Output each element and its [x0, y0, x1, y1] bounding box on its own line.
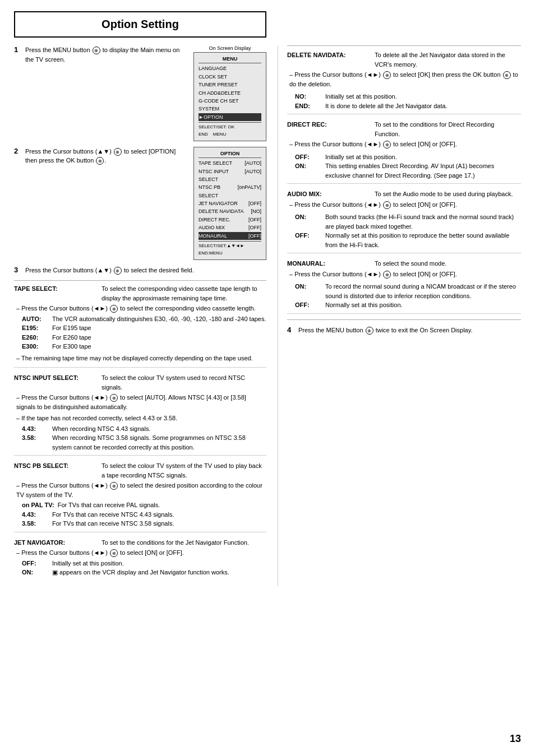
jet-nav-dash: – Press the Cursor buttons (◄►) ⊕ to sel… [14, 548, 266, 558]
screen1-item-clockset: CLOCK SET [199, 73, 261, 81]
delete-navi-label: DELETE NAVIDATA: [287, 50, 371, 69]
delete-navi-desc: To delete all the Jet Navigator data sto… [375, 50, 521, 69]
step-1-number: 1 [14, 45, 22, 54]
ntsc-input-desc: To select the colour TV system used to r… [102, 373, 266, 392]
audio-mix-desc: To set the Audio mode to be used during … [375, 189, 521, 199]
monaural-off: OFF: Normally set at this position. [287, 300, 521, 310]
ntsc-input-note2: – If the tape has not recorded correctly… [14, 414, 266, 423]
step-1-text: Press the MENU button ⊕ to display the M… [25, 45, 188, 64]
audio-mix-on: ON: Both sound tracks (the Hi-Fi sound t… [287, 212, 521, 231]
step-1-text-part1: Press the MENU button ⊕ to display the M… [25, 47, 179, 63]
tape-e195: E195: For E195 tape [14, 323, 266, 333]
screen1-nav: SELECT/SET: OKEND MENU [199, 122, 261, 138]
step-1-row: 1 Press the MENU button ⊕ to display the… [14, 45, 266, 141]
left-column: 1 Press the MENU button ⊕ to display the… [14, 45, 266, 586]
step-1-screen-area: On Screen Display MENU LANGUAGE CLOCK SE… [193, 45, 266, 141]
screen2-title: OPTION [199, 150, 261, 158]
pb-443: 4.43: For TVs that can receive NTSC 4.43… [14, 510, 266, 520]
jet-nav-label: JET NAVIGATOR: [14, 538, 98, 548]
tape-select-row: TAPE SELECT: To select the corresponding… [14, 284, 266, 303]
audio-mix-section: AUDIO MIX: To set the Audio mode to be u… [287, 189, 521, 253]
screen2-jet-nav: JET NAVIGATOR[OFF] [199, 200, 261, 207]
direct-rec-subs: OFF: Initially set at this position. ON:… [287, 152, 521, 180]
screen1-item-option: ►OPTION [199, 113, 261, 121]
monaural-on: ON: To record the normal sound during a … [287, 282, 521, 300]
direct-rec-off: OFF: Initially set at this position. [287, 152, 521, 162]
icon-np1: ⊕ [110, 482, 118, 490]
delete-navi-dash: – Press the Cursor buttons (◄►) ⊕ to sel… [287, 70, 521, 89]
direct-rec-label: DIRECT REC: [287, 120, 371, 138]
step-2-row: 2 Press the Cursor buttons (▲▼) ⊕ to sel… [14, 147, 266, 260]
monaural-section: MONAURAL: To select the sound mode. – Pr… [287, 259, 521, 314]
step-1-screen: MENU LANGUAGE CLOCK SET TUNER PRESET CH … [193, 52, 266, 141]
ntsc-pb-dash: – Press the Cursor buttons (◄►) ⊕ to sel… [14, 481, 266, 499]
monaural-desc: To select the sound mode. [375, 259, 521, 268]
screen1-title: MENU [199, 55, 261, 63]
direct-rec-section: DIRECT REC: To set to the conditions for… [287, 120, 521, 184]
delete-navi-section: DELETE NAVIDATA: To delete all the Jet N… [287, 50, 521, 114]
tape-select-dash: – Press the Cursor buttons (◄►) ⊕ to sel… [14, 304, 266, 313]
tape-select-desc: To select the corresponding video casset… [102, 284, 266, 303]
audio-mix-label: AUDIO MIX: [287, 189, 371, 199]
bottom-hr [287, 319, 521, 320]
menu-icon-4: ⊕ [366, 327, 373, 335]
ntsc-input-label: NTSC INPUT SELECT: [14, 373, 98, 392]
step-4-row: 4 Press the MENU button ⊕ twice to exit … [287, 326, 521, 335]
direct-rec-dash: – Press the Cursor buttons (◄►) ⊕ to sel… [287, 140, 521, 149]
jet-nav-desc: To set to the conditions for the Jet Nav… [102, 538, 266, 548]
audio-mix-row: AUDIO MIX: To set the Audio mode to be u… [287, 189, 521, 199]
step-3-content: Press the Cursor buttons (▲▼) ⊕ to selec… [25, 266, 266, 275]
icon-jn1: ⊕ [110, 549, 118, 557]
pb-358: 3.58: For TVs that can receive NTSC 3.58… [14, 519, 266, 528]
screen1-item-chadd: CH ADD&DELETE [199, 89, 261, 97]
menu-icon: ⊕ [93, 47, 100, 54]
step-3-number: 3 [14, 266, 22, 274]
cursor-icon-3: ⊕ [114, 267, 122, 275]
direct-rec-row: DIRECT REC: To set to the conditions for… [287, 120, 521, 138]
ntsc-pb-desc: To select the colour TV system of the TV… [102, 461, 266, 480]
step-4-text: Press the MENU button ⊕ twice to exit th… [298, 326, 521, 335]
delete-navi-subs: NO: Initially set at this position. END:… [287, 92, 521, 110]
on-screen-label: On Screen Display [193, 45, 266, 51]
step-2-screen: OPTION TAPE SELECT[AUTO] NTSC INPUT SELE… [193, 147, 266, 260]
screen2-delete-navi: DELETE NAVIDATA[NO] [199, 207, 261, 215]
ntsc-input-row: NTSC INPUT SELECT: To select the colour … [14, 373, 266, 392]
ntsc-pb-row: NTSC PB SELECT: To select the colour TV … [14, 461, 266, 480]
tape-note: – The remaining tape time may not be dis… [14, 354, 266, 363]
page-title: Option Setting [14, 11, 266, 38]
right-column: DELETE NAVIDATA: To delete all the Jet N… [278, 45, 521, 586]
ntsc-pb-label: NTSC PB SELECT: [14, 461, 98, 480]
screen1-item-language: LANGUAGE [199, 64, 261, 72]
direct-rec-desc: To set to the conditions for Direct Reco… [375, 120, 521, 138]
icon-dn2: ⊕ [503, 71, 511, 79]
delete-end: END: It is done to delete all the Jet Na… [287, 101, 521, 111]
step-4-number: 4 [287, 326, 295, 334]
ntsc-input-dash: – Press the Cursor buttons (◄►) ⊕ to sel… [14, 393, 266, 411]
jet-nav-on: ON: ▣ appears on the VCR display and Jet… [14, 568, 266, 577]
step-2-text: Press the Cursor buttons (▲▼) ⊕ to selec… [25, 147, 188, 165]
screen2-tape: TAPE SELECT[AUTO] [199, 159, 261, 167]
ntsc-input-section: NTSC INPUT SELECT: To select the colour … [14, 373, 266, 456]
step-3-row: 3 Press the Cursor buttons (▲▼) ⊕ to sel… [14, 266, 266, 275]
monaural-label: MONAURAL: [287, 259, 371, 268]
step-2-screen-area: OPTION TAPE SELECT[AUTO] NTSC INPUT SELE… [193, 147, 266, 260]
tape-e260: E260: For E260 tape [14, 333, 266, 342]
delete-navi-row: DELETE NAVIDATA: To delete all the Jet N… [287, 50, 521, 69]
icon-dr1: ⊕ [383, 141, 391, 149]
tape-select-section: TAPE SELECT: To select the corresponding… [14, 284, 266, 368]
cursor-icon-2: ⊕ [114, 148, 122, 156]
step-3-text: Press the Cursor buttons (▲▼) ⊕ to selec… [25, 266, 266, 275]
audio-mix-subs: ON: Both sound tracks (the Hi-Fi sound t… [287, 212, 521, 249]
jet-nav-off: OFF: Initially set at this position. [14, 559, 266, 568]
screen2-nav: SELECT/SET:▲▼◄► END:MENU [199, 241, 261, 257]
icon-mn1: ⊕ [383, 271, 391, 279]
delete-no: NO: Initially set at this position. [287, 92, 521, 101]
monaural-dash: – Press the Cursor buttons (◄►) ⊕ to sel… [287, 270, 521, 279]
screen1-item-gcode: G-CODE CH SET [199, 97, 261, 105]
tape-auto: AUTO: The VCR automatically distinguishe… [14, 314, 266, 324]
icon-ts1: ⊕ [110, 305, 118, 313]
icon-dn1: ⊕ [383, 71, 391, 79]
page: Option Setting 1 Press the MENU button ⊕… [0, 0, 535, 756]
tape-e300: E300: For E300 tape [14, 342, 266, 351]
top-hr [287, 45, 521, 46]
